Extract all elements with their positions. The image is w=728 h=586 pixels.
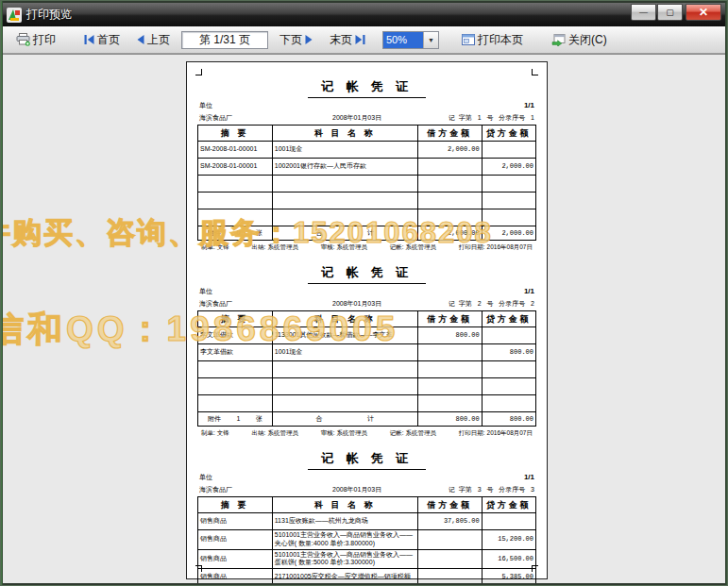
auditor-label: 审核: <box>321 429 335 438</box>
company-name: 海滨食品厂 <box>199 485 308 494</box>
unit-label: 单位 <box>199 473 212 482</box>
table-row-empty <box>198 176 536 193</box>
page-number-value: 第 1/31 页 <box>199 32 250 48</box>
zoom-select[interactable]: 50% ▼ <box>382 31 439 49</box>
total-label: 计 <box>367 229 374 238</box>
cell-credit: 16,500.00 <box>482 549 535 569</box>
cell-summary: 销售商品 <box>198 549 273 569</box>
printdate-value: 2016年08月07日 <box>487 243 533 252</box>
crop-mark-top-left <box>195 69 202 75</box>
next-page-button[interactable]: 下页 <box>274 29 318 51</box>
print-button[interactable]: 打印 <box>10 29 61 51</box>
printdate-value: 2016年08月07日 <box>487 429 533 438</box>
table-row: 李文革借款 1001现金 800.00 <box>198 344 536 361</box>
close-button[interactable]: ✕ <box>686 4 721 21</box>
crop-mark-bottom-right <box>532 565 538 572</box>
auditor-value: 系统管理员 <box>336 243 367 252</box>
table-row-empty <box>198 378 536 395</box>
next-page-icon <box>305 35 313 44</box>
total-credit: 2,000.00 <box>482 226 535 241</box>
cell-debit <box>417 569 482 584</box>
attach-label: 附件 <box>208 229 221 238</box>
table-header-row: 摘 要 科 目 名 称 借方金额 贷方金额 <box>198 311 536 327</box>
voucher-date: 2008年01月03日 <box>308 113 406 123</box>
table-row: 销售商品 5101001主营业务收入—商品销售业务收入——夹心饼( 数量:400… <box>198 530 536 550</box>
sheet-number: 1/1 <box>524 473 534 482</box>
last-page-label: 末页 <box>330 32 352 48</box>
poster-label: 记帐: <box>390 429 404 438</box>
cell-account: 5101001主营业务收入—商品销售业务收入——蛋糕饼( 数量:5000 单价:… <box>272 549 417 569</box>
voucher-1: 记 帐 凭 证 单位 1/1 海滨食品厂 2008年01月03日 记 字第 1 … <box>197 77 536 252</box>
maximize-button[interactable]: ▢ <box>657 4 683 21</box>
preview-page: 记 帐 凭 证 单位 1/1 海滨食品厂 2008年01月03日 记 字第 1 … <box>186 61 548 579</box>
crop-mark-bottom-left <box>195 565 202 572</box>
col-summary: 摘 要 <box>198 497 273 513</box>
cell-account: 2171001005应交税金—应交增值税—销项税额 <box>272 569 417 584</box>
cell-account: 1131应收账款——杭州九龙商场 <box>272 513 417 530</box>
total-label: 合 <box>315 415 322 424</box>
last-page-icon <box>355 35 365 44</box>
col-account: 科 目 名 称 <box>272 126 417 142</box>
table-row-empty <box>198 395 536 412</box>
table-row-empty <box>198 193 536 209</box>
total-row: 附件 0 张 合 计 2,000.00 2,000.00 <box>198 226 536 241</box>
table-header-row: 摘 要 科 目 名 称 借方金额 贷方金额 <box>198 126 536 142</box>
col-credit: 贷方金额 <box>482 311 535 327</box>
auditor-label: 审核: <box>321 243 335 252</box>
cashier-value: 系统管理员 <box>267 243 298 252</box>
maximize-icon: ▢ <box>666 8 674 17</box>
col-debit: 借方金额 <box>417 126 482 142</box>
voucher-date: 2008年01月03日 <box>308 299 406 309</box>
total-debit: 2,000.00 <box>417 226 482 241</box>
cell-credit: 5,385.00 <box>482 569 535 584</box>
attach-label: 附件 <box>208 415 221 424</box>
crop-mark-top-right <box>532 69 538 75</box>
cell-summary: SM-2008-01-00001 <box>198 159 273 176</box>
close-preview-label: 关闭(C) <box>568 32 607 48</box>
table-row: SM-2008-01-00001 1002001银行存款—人民币存款 2,000… <box>198 159 536 176</box>
total-row: 附件 1 张 合 计 800.00 800.00 <box>198 412 536 427</box>
prev-page-button[interactable]: 上页 <box>131 29 176 51</box>
page-number-input[interactable]: 第 1/31 页 <box>181 31 268 49</box>
cell-debit: 2,000.00 <box>417 142 482 159</box>
zoom-value: 50% <box>383 32 423 48</box>
cell-credit <box>482 327 535 344</box>
col-debit: 借方金额 <box>417 311 482 327</box>
poster-value: 系统管理员 <box>406 243 437 252</box>
cell-debit <box>417 159 482 176</box>
cell-credit: 15,200.00 <box>482 530 535 550</box>
unit-label: 单位 <box>199 287 212 296</box>
first-page-label: 首页 <box>97 32 120 48</box>
col-account: 科 目 名 称 <box>272 497 417 513</box>
voucher-2: 记 帐 凭 证 单位 1/1 海滨食品厂 2008年01月03日 记 字第 2 … <box>197 263 536 438</box>
print-page-label: 打印本页 <box>478 32 523 48</box>
col-credit: 贷方金额 <box>482 497 535 513</box>
total-label: 合 <box>315 229 322 238</box>
cell-credit: 2,000.00 <box>482 159 535 176</box>
prev-page-label: 上页 <box>147 32 170 48</box>
minimize-icon: — <box>639 8 648 17</box>
col-summary: 摘 要 <box>198 126 273 142</box>
chevron-down-icon[interactable]: ▼ <box>423 32 438 48</box>
unit-label: 单位 <box>199 101 212 110</box>
cashier-label: 出纳: <box>252 429 266 438</box>
last-page-button[interactable]: 末页 <box>324 29 371 51</box>
print-current-page-button[interactable]: 打印本页 <box>456 29 529 51</box>
titlebar[interactable]: 打印预览 — ▢ ✕ <box>3 3 725 26</box>
maker-label: 制单: <box>201 243 215 252</box>
company-name: 海滨食品厂 <box>199 299 308 309</box>
minimize-button[interactable]: — <box>631 4 656 21</box>
attach-count: 0 <box>236 229 240 238</box>
cashier-label: 出纳: <box>252 243 266 252</box>
voucher-date: 2008年01月03日 <box>308 485 406 494</box>
toolbar: 打印 首页 上页 第 1/31 页 下页 末页 <box>3 26 725 54</box>
maker-label: 制单: <box>201 429 215 438</box>
table-header-row: 摘 要 科 目 名 称 借方金额 贷方金额 <box>198 497 536 513</box>
voucher-3: 记 帐 凭 证 单位 1/1 海滨食品厂 2008年01月03日 记 字第 3 … <box>197 449 536 583</box>
printer-icon <box>16 33 30 46</box>
close-preview-button[interactable]: 关闭(C) <box>546 29 613 51</box>
sheet-number: 1/1 <box>524 101 534 110</box>
first-page-button[interactable]: 首页 <box>78 29 126 51</box>
next-page-label: 下页 <box>279 32 302 48</box>
cell-debit <box>417 530 482 550</box>
